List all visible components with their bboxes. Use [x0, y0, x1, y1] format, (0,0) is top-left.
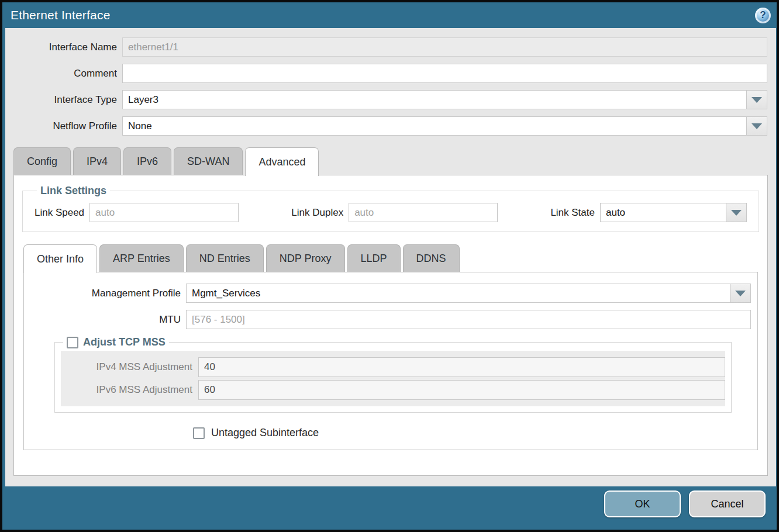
chevron-down-icon [735, 291, 746, 296]
interface-type-dropdown-button[interactable] [746, 90, 767, 109]
adjust-tcp-mss-fieldset: Adjust TCP MSS IPv4 MSS Adjustment IPv6 … [54, 336, 732, 413]
chevron-down-icon [752, 123, 762, 129]
tab-advanced[interactable]: Advanced [245, 147, 319, 176]
link-settings-row: Link Speed Link Duplex Link State [35, 203, 747, 222]
title-bar: Ethernet Interface ? [2, 2, 777, 28]
untagged-subinterface-checkbox[interactable] [193, 427, 205, 439]
tab-ndp-proxy[interactable]: NDP Proxy [266, 244, 345, 272]
ipv6-mss-input [198, 380, 725, 400]
management-profile-value[interactable] [186, 284, 730, 303]
cancel-button[interactable]: Cancel [689, 490, 766, 517]
chevron-down-icon [752, 97, 762, 103]
ipv4-mss-row: IPv4 MSS Adjustment [61, 357, 725, 377]
info-tabstrip: Other Info ARP Entries ND Entries NDP Pr… [14, 244, 767, 272]
help-icon[interactable]: ? [755, 8, 771, 23]
ok-button[interactable]: OK [604, 490, 681, 517]
adjust-tcp-mss-legend: Adjust TCP MSS [63, 336, 169, 348]
interface-name-input [122, 37, 767, 57]
tab-other-info[interactable]: Other Info [23, 244, 97, 273]
mtu-input[interactable] [186, 310, 751, 329]
netflow-profile-label: Netflow Profile [5, 120, 122, 132]
link-speed-label: Link Speed [35, 207, 89, 219]
interface-type-value[interactable] [122, 90, 746, 109]
adjust-tcp-mss-label: Adjust TCP MSS [83, 336, 166, 348]
netflow-profile-value[interactable] [122, 116, 746, 136]
mtu-row: MTU [24, 310, 751, 329]
other-info-panel: Management Profile MTU Adjust [23, 272, 758, 450]
comment-label: Comment [5, 68, 122, 80]
dialog-body: Interface Name Comment Interface Type Ne… [5, 28, 776, 486]
management-profile-label: Management Profile [24, 288, 186, 299]
mss-rows: IPv4 MSS Adjustment IPv6 MSS Adjustment [61, 351, 725, 406]
tab-ipv6[interactable]: IPv6 [123, 147, 171, 175]
link-state-select[interactable] [600, 203, 747, 222]
netflow-profile-dropdown-button[interactable] [746, 116, 767, 136]
tab-sdwan[interactable]: SD-WAN [174, 147, 243, 175]
link-duplex-input[interactable] [349, 203, 498, 222]
ipv4-mss-input [198, 357, 725, 377]
link-speed-input[interactable] [89, 203, 239, 222]
advanced-tab-panel: Link Settings Link Speed Link Duplex Lin… [13, 175, 768, 476]
tab-nd-entries[interactable]: ND Entries [186, 244, 264, 272]
management-profile-select[interactable] [186, 284, 751, 303]
management-profile-dropdown-button[interactable] [730, 284, 751, 303]
comment-input[interactable] [122, 64, 767, 83]
link-state-label: Link State [550, 207, 600, 219]
ipv6-mss-label: IPv6 MSS Adjustment [61, 384, 198, 396]
link-settings-legend: Link Settings [37, 185, 110, 197]
adjust-tcp-mss-checkbox[interactable] [67, 337, 78, 348]
link-state-dropdown-button[interactable] [726, 203, 747, 222]
tab-arp-entries[interactable]: ARP Entries [99, 244, 184, 272]
chevron-down-icon [731, 210, 742, 216]
link-duplex-group: Link Duplex [291, 203, 498, 222]
ipv4-mss-label: IPv4 MSS Adjustment [61, 361, 198, 373]
comment-row: Comment [5, 64, 767, 83]
netflow-profile-row: Netflow Profile [5, 116, 767, 136]
link-duplex-label: Link Duplex [291, 207, 349, 219]
interface-type-row: Interface Type [5, 90, 767, 109]
tab-ipv4[interactable]: IPv4 [73, 147, 121, 175]
ethernet-interface-dialog: Ethernet Interface ? Interface Name Comm… [0, 0, 779, 532]
link-state-value[interactable] [600, 203, 726, 222]
tab-ddns[interactable]: DDNS [403, 244, 460, 272]
main-tabstrip: Config IPv4 IPv6 SD-WAN Advanced [5, 147, 776, 175]
dialog-footer: OK Cancel [2, 486, 777, 530]
link-settings-fieldset: Link Settings Link Speed Link Duplex Lin… [22, 185, 759, 232]
netflow-profile-select[interactable] [122, 116, 767, 136]
interface-name-row: Interface Name [5, 37, 767, 57]
tab-config[interactable]: Config [13, 147, 71, 175]
tab-lldp[interactable]: LLDP [347, 244, 401, 272]
mtu-label: MTU [24, 314, 186, 326]
interface-type-label: Interface Type [5, 94, 122, 106]
untagged-subinterface-row: Untagged Subinterface [193, 427, 757, 439]
ipv6-mss-row: IPv6 MSS Adjustment [61, 380, 725, 400]
interface-type-select[interactable] [122, 90, 767, 109]
dialog-title: Ethernet Interface [11, 8, 111, 22]
untagged-subinterface-label: Untagged Subinterface [211, 427, 319, 439]
interface-name-label: Interface Name [5, 42, 122, 53]
link-speed-group: Link Speed [35, 203, 239, 222]
link-state-group: Link State [550, 203, 747, 222]
management-profile-row: Management Profile [24, 284, 751, 303]
